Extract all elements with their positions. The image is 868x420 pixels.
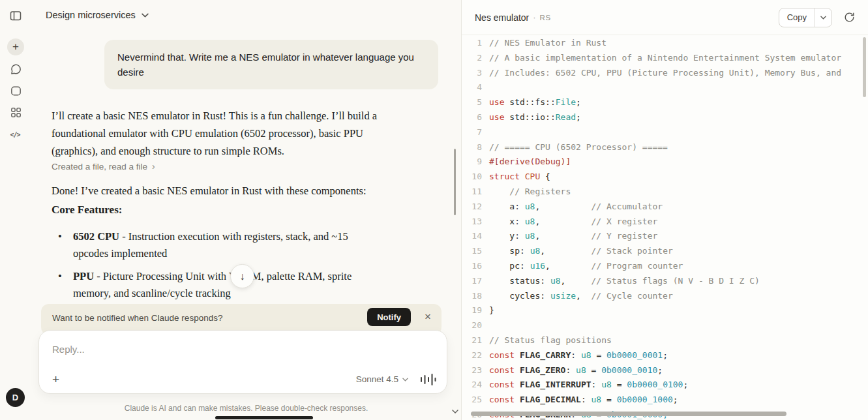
code-line: // Registers [489, 185, 841, 200]
conversation-title: Design microservices [46, 10, 136, 20]
avatar-initial: D [12, 393, 18, 402]
code-line: y: u8, // Y register [489, 229, 841, 244]
scroll-to-bottom-button[interactable]: ↓ [230, 264, 254, 288]
line-number: 1 [462, 36, 482, 51]
composer-toolbar: + Sonnet 4.5 [52, 373, 436, 385]
refresh-icon [843, 11, 856, 23]
chevron-right-icon: › [152, 161, 155, 172]
copy-split-button: Copy [779, 8, 832, 27]
line-number: 11 [462, 185, 482, 200]
title-separator: · [533, 12, 535, 22]
code-line [489, 80, 841, 95]
code-line: #[derive(Debug)] [489, 155, 841, 170]
line-number: 3 [462, 66, 482, 81]
user-avatar[interactable]: D [6, 388, 25, 407]
sidebar: + </> D [0, 0, 31, 420]
chat-pane: Design microservices Nevermind that. Wri… [31, 0, 461, 420]
code-line: use std::io::Read; [489, 110, 841, 125]
bullet-icon: • [58, 228, 62, 245]
line-number: 4 [462, 80, 482, 95]
feature-list: • 6502 CPU - Instruction execution with … [52, 228, 379, 308]
chats-icon[interactable] [9, 63, 22, 76]
chat-scrollbar-thumb[interactable] [454, 149, 456, 215]
code-line: const FLAG_ZERO: u8 = 0b0000_0010; [489, 363, 841, 378]
horizontal-scrollbar-thumb[interactable] [471, 412, 786, 416]
code-editor: 1234567891011121314151617181920212223242… [462, 35, 868, 420]
reply-input[interactable] [52, 344, 300, 355]
voice-input-button[interactable] [420, 374, 436, 385]
user-message-bubble: Nevermind that. Write me a NES emulator … [104, 40, 438, 89]
code-line: status: u8, // Status flags (N V - B D I… [489, 274, 841, 289]
line-number: 22 [462, 348, 482, 363]
code-line: x: u8, // X register [489, 215, 841, 230]
feature-term: 6502 CPU [73, 230, 119, 243]
attach-plus-button[interactable]: + [52, 373, 59, 385]
new-chat-button[interactable]: + [7, 38, 24, 55]
line-number: 24 [462, 378, 482, 393]
code-line: // ===== CPU (6502 Processor) ===== [489, 140, 841, 155]
list-item: • PPU - Picture Processing Unit with VRA… [52, 268, 379, 302]
code-line: // Includes: 6502 CPU, PPU (Picture Proc… [489, 66, 841, 81]
code-line: sp: u8, // Stack pointer [489, 244, 841, 259]
apps-grid-icon[interactable] [9, 106, 22, 119]
code-glyph: </> [10, 131, 20, 138]
code-lines: // NES Emulator in Rust// A basic implem… [482, 36, 841, 420]
code-line [489, 318, 841, 333]
artifact-actions: Copy [779, 8, 856, 27]
bottom-scrollbar[interactable] [215, 416, 313, 419]
chevron-down-icon [402, 378, 408, 382]
chevron-down-icon [820, 16, 826, 20]
line-number: 12 [462, 200, 482, 215]
line-number: 6 [462, 110, 482, 125]
artifact-type-badge: RS [540, 14, 551, 22]
code-line: const FLAG_INTERRUPT: u8 = 0b0000_0100; [489, 378, 841, 393]
feature-term: PPU [73, 270, 94, 282]
tool-use-summary[interactable]: Created a file, read a file › [52, 161, 155, 172]
code-line: struct CPU { [489, 170, 841, 185]
tool-use-label: Created a file, read a file [52, 162, 147, 172]
conversation-title-dropdown[interactable]: Design microservices [46, 10, 149, 20]
line-number: 9 [462, 155, 482, 170]
code-gutter: 1234567891011121314151617181920212223242… [462, 36, 482, 420]
code-line [489, 125, 841, 140]
line-number: 18 [462, 289, 482, 304]
code-line: // NES Emulator in Rust [489, 36, 841, 51]
line-number: 23 [462, 363, 482, 378]
refresh-button[interactable] [842, 10, 856, 25]
list-item: • 6502 CPU - Instruction execution with … [52, 228, 379, 262]
sidebar-toggle-icon[interactable] [9, 9, 22, 22]
close-icon[interactable]: × [425, 311, 431, 322]
plus-icon: + [12, 40, 19, 53]
line-number: 5 [462, 95, 482, 110]
vertical-scrollbar-thumb[interactable] [863, 37, 866, 97]
copy-dropdown-button[interactable] [815, 8, 831, 27]
code-line: } [489, 303, 841, 318]
model-label: Sonnet 4.5 [356, 374, 398, 384]
line-number: 20 [462, 318, 482, 333]
line-number: 16 [462, 259, 482, 274]
artifacts-box-icon[interactable] [9, 84, 22, 97]
chevron-down-icon [142, 13, 149, 18]
code-line: // Status flag positions [489, 333, 841, 348]
line-number: 15 [462, 244, 482, 259]
ai-disclaimer: Claude is AI and can make mistakes. Plea… [31, 404, 461, 413]
code-line: pc: u16, // Program counter [489, 259, 841, 274]
code-icon[interactable]: </> [8, 128, 22, 141]
scrollbar-down-arrow[interactable] [452, 410, 458, 413]
waveform-icon [420, 374, 436, 385]
artifact-pane: Nes emulator · RS Copy [461, 0, 868, 420]
model-selector[interactable]: Sonnet 4.5 [356, 374, 408, 384]
bullet-icon: • [58, 268, 62, 285]
code-line: // A basic implementation of a Nintendo … [489, 51, 841, 66]
notify-button[interactable]: Notify [367, 308, 411, 326]
copy-button[interactable]: Copy [779, 8, 815, 27]
line-number: 21 [462, 333, 482, 348]
artifact-title: Nes emulator [475, 12, 529, 23]
assistant-paragraph: I’ll create a basic NES emulator in Rust… [52, 107, 412, 160]
code-line: use std::fs::File; [489, 95, 841, 110]
reply-composer: + Sonnet 4.5 [38, 330, 447, 394]
line-number: 25 [462, 393, 482, 408]
arrow-down-icon: ↓ [240, 271, 245, 282]
code-line: const FLAG_CARRY: u8 = 0b0000_0001; [489, 348, 841, 363]
line-number: 17 [462, 274, 482, 289]
